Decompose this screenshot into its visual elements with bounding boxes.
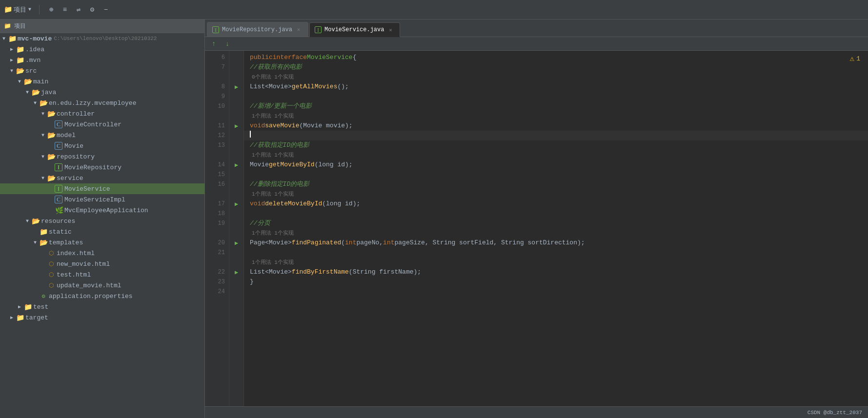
- toolbar-btn-3[interactable]: ⇌: [75, 6, 82, 14]
- toolbar-btn-5[interactable]: −: [102, 6, 110, 14]
- code-line-20: Page<Movie> findPaginated(int pageNo, in…: [244, 238, 868, 248]
- minus-icon: −: [102, 6, 110, 14]
- gutter-run-icon-17[interactable]: ▶: [235, 200, 238, 208]
- gutter-run-icon-14[interactable]: ▶: [235, 161, 238, 169]
- tree-arrow-main: ▼: [16, 78, 23, 85]
- code-line-16: //删除指定ID的电影: [244, 179, 868, 189]
- tree-item-Movie[interactable]: C Movie: [0, 140, 204, 151]
- code-line-22: List<Movie> findByFirstName(String first…: [244, 267, 868, 277]
- code-line-13: //获取指定ID的电影: [244, 140, 868, 150]
- tree-item-resources[interactable]: ▼ 📂 resources: [0, 216, 204, 226]
- tree-arrow-test-html: [39, 271, 47, 279]
- tree-item-model[interactable]: ▼ 📂 model: [0, 130, 204, 140]
- tab-MovieService[interactable]: I MovieService.java ✕: [309, 22, 400, 37]
- tree-item-target[interactable]: ▶ 📁 target: [0, 312, 204, 323]
- toolbar-project[interactable]: 📁 项目 ▼: [4, 5, 31, 14]
- folder-icon-resources: 📂: [31, 217, 40, 225]
- sidebar-tree: ▼ 📁 mvc-movie C:\Users\lenovo\Desktop\20…: [0, 33, 204, 418]
- toolbar-btn-4[interactable]: ⚙: [88, 6, 96, 14]
- tree-label-main: main: [33, 78, 48, 85]
- tree-item-index-html[interactable]: ⬡ index.html: [0, 248, 204, 259]
- gutter-run-icon-8[interactable]: ▶: [235, 83, 238, 91]
- tab-close-MovieRepository[interactable]: ✕: [295, 26, 302, 33]
- tree-arrow-templates: ▼: [31, 239, 39, 246]
- folder-icon-controller: 📂: [47, 109, 56, 118]
- folder-icon-model: 📂: [47, 131, 56, 139]
- status-right-text: CSDN @db_ztt_2037: [807, 410, 862, 416]
- tree-item-package[interactable]: ▼ 📂 en.edu.lzzy.mvcemployee: [0, 98, 204, 108]
- tree-label-MovieService: MovieService: [64, 185, 110, 193]
- tree-label-MvcEmployeeApplication: MvcEmployeeApplication: [64, 207, 148, 214]
- tree-label-MovieServiceImpl: MovieServiceImpl: [64, 196, 125, 203]
- tree-item-update-movie-html[interactable]: ⬡ update_movie.html: [0, 280, 204, 291]
- tree-item-src[interactable]: ▼ 📂 src: [0, 65, 204, 76]
- tab-label-MovieRepository: MovieRepository.java: [222, 26, 292, 33]
- tree-item-MovieService[interactable]: I MovieService: [0, 183, 204, 194]
- html-icon-index: ⬡: [47, 249, 56, 258]
- tree-arrow-model: ▼: [39, 131, 47, 139]
- tree-item-MovieRepository[interactable]: I MovieRepository: [0, 162, 204, 173]
- tree-arrow-repository: ▼: [39, 153, 47, 160]
- tree-label-mvc-movie: mvc-movie: [18, 35, 52, 42]
- tree-item-test-dir[interactable]: ▶ 📁 test: [0, 301, 204, 312]
- code-line-7: //获取所有的电影: [244, 62, 868, 72]
- tree-item-app-properties[interactable]: ⚙ application.properties: [0, 291, 204, 301]
- tree-item-test-html[interactable]: ⬡ test.html: [0, 269, 204, 280]
- sidebar-header-icon: 📁: [4, 22, 11, 30]
- code-editor[interactable]: public interface MovieService { //获取所有的电…: [244, 51, 868, 406]
- tree-item-static[interactable]: 📁 static: [0, 226, 204, 237]
- navigate-up-icon[interactable]: ↑: [209, 39, 219, 49]
- tree-arrow-controller: ▼: [39, 110, 47, 118]
- tree-item-mvn[interactable]: ▶ 📁 .mvn: [0, 55, 204, 65]
- gutter-run-icon-20[interactable]: ▶: [235, 239, 238, 247]
- tree-item-MovieController[interactable]: C MovieController: [0, 119, 204, 130]
- folder-icon-idea: 📁: [16, 45, 24, 54]
- tree-arrow-target: ▶: [8, 314, 16, 321]
- code-line-12: [244, 131, 868, 140]
- gutter-run-icon-11[interactable]: ▶: [235, 122, 238, 130]
- code-hint-13: 1个用法 1个实现: [244, 150, 868, 160]
- main-toolbar: 📁 项目 ▼ ⊕ ≡ ⇌ ⚙ −: [0, 0, 868, 20]
- folder-icon-main: 📂: [23, 77, 32, 86]
- warning-icon: ⚠: [850, 54, 855, 63]
- tree-item-service[interactable]: ▼ 📂 service: [0, 173, 204, 183]
- code-line-9: [244, 92, 868, 101]
- tree-arrow-MovieServiceImpl: [47, 196, 55, 203]
- html-icon-new-movie: ⬡: [47, 259, 56, 268]
- tree-arrow-index-html: [39, 249, 47, 257]
- tree-item-controller[interactable]: ▼ 📂 controller: [0, 108, 204, 119]
- tree-arrow-mvc-movie: ▼: [0, 35, 8, 42]
- tree-item-idea[interactable]: ▶ 📁 .idea: [0, 44, 204, 55]
- spring-icon-MvcEmployeeApplication: 🌿: [55, 206, 63, 215]
- tree-item-repository[interactable]: ▼ 📂 repository: [0, 151, 204, 162]
- tree-item-java[interactable]: ▼ 📂 java: [0, 87, 204, 98]
- list-icon: ≡: [61, 6, 69, 14]
- code-line-21: [244, 248, 868, 258]
- navigate-down-icon[interactable]: ↓: [222, 39, 232, 49]
- tab-label-MovieService: MovieService.java: [324, 26, 384, 33]
- tree-arrow-test-dir: ▶: [16, 303, 23, 311]
- code-line-8: List <Movie> getAllMovies();: [244, 82, 868, 92]
- tree-label-static: static: [49, 228, 72, 236]
- toolbar-btn-2[interactable]: ≡: [61, 6, 69, 14]
- tree-item-MvcEmployeeApplication[interactable]: 🌿 MvcEmployeeApplication: [0, 205, 204, 216]
- tab-MovieRepository[interactable]: I MovieRepository.java ✕: [207, 22, 308, 37]
- tree-item-templates[interactable]: ▼ 📂 templates: [0, 237, 204, 248]
- tree-item-MovieServiceImpl[interactable]: C MovieServiceImpl: [0, 194, 204, 205]
- gutter-run-icon-22[interactable]: ▶: [235, 269, 238, 276]
- tree-path-mvc-movie: C:\Users\lenovo\Desktop\20210322: [54, 36, 157, 41]
- tab-close-MovieService[interactable]: ✕: [387, 26, 394, 33]
- tree-label-test-html: test.html: [57, 271, 91, 279]
- tree-label-templates: templates: [49, 239, 83, 246]
- code-line-18: [244, 209, 868, 219]
- tree-label-test-dir: test: [33, 303, 48, 311]
- class-icon-MovieController: C: [55, 120, 62, 128]
- tree-item-new-movie-html[interactable]: ⬡ new_movie.html: [0, 259, 204, 269]
- toolbar-dropdown-icon: ▼: [28, 7, 31, 12]
- interface-icon-MovieService: I: [55, 185, 62, 193]
- code-hint-10: 1个用法 1个实现: [244, 111, 868, 121]
- tree-arrow-MovieRepository: [47, 163, 55, 171]
- toolbar-btn-1[interactable]: ⊕: [47, 6, 55, 14]
- tree-item-mvc-movie[interactable]: ▼ 📁 mvc-movie C:\Users\lenovo\Desktop\20…: [0, 33, 204, 44]
- tree-item-main[interactable]: ▼ 📂 main: [0, 76, 204, 87]
